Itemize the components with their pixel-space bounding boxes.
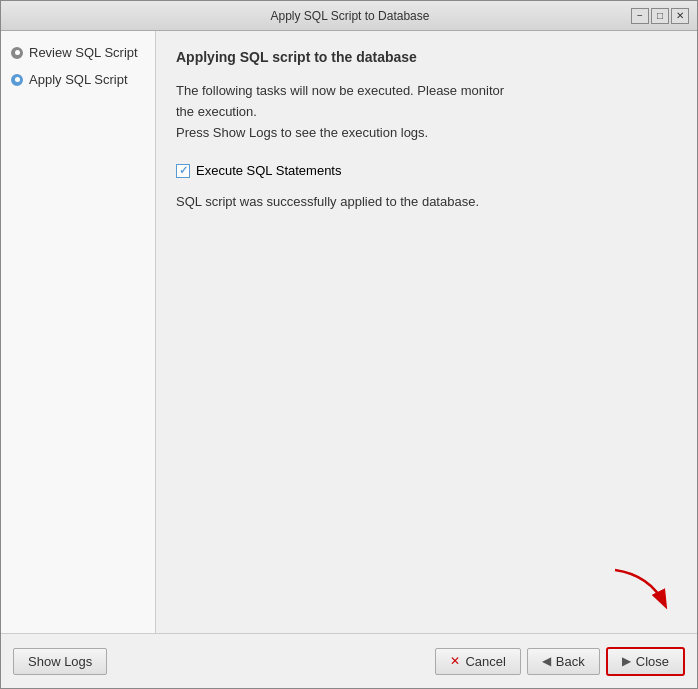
desc-line1: The following tasks will now be executed…: [176, 83, 504, 98]
sidebar-item-label-apply: Apply SQL Script: [29, 72, 128, 87]
window-controls: − □ ✕: [631, 8, 689, 24]
main-content: Applying SQL script to the database The …: [156, 31, 697, 633]
sidebar-item-review-sql[interactable]: Review SQL Script: [1, 41, 155, 64]
close-btn-wrapper: ▶ Close: [606, 647, 685, 676]
sidebar-item-apply-sql[interactable]: Apply SQL Script: [1, 68, 155, 91]
window-close-button[interactable]: ✕: [671, 8, 689, 24]
footer-left: Show Logs: [13, 648, 107, 675]
desc-line3: Press Show Logs to see the execution log…: [176, 125, 428, 140]
maximize-button[interactable]: □: [651, 8, 669, 24]
close-label: Close: [636, 654, 669, 669]
show-logs-label: Show Logs: [28, 654, 92, 669]
footer: Show Logs ✕ Cancel ◀ Back: [1, 633, 697, 688]
step-dot-review: [11, 47, 23, 59]
execute-checkbox-label: Execute SQL Statements: [196, 163, 341, 178]
description-text: The following tasks will now be executed…: [176, 81, 677, 143]
show-logs-button[interactable]: Show Logs: [13, 648, 107, 675]
sidebar-item-label-review: Review SQL Script: [29, 45, 138, 60]
cancel-label: Cancel: [465, 654, 505, 669]
window-content: Review SQL Script Apply SQL Script Apply…: [1, 31, 697, 633]
cancel-button[interactable]: ✕ Cancel: [435, 648, 520, 675]
window-title: Apply SQL Script to Database: [69, 9, 631, 23]
execute-checkbox[interactable]: [176, 164, 190, 178]
minimize-button[interactable]: −: [631, 8, 649, 24]
main-window: Apply SQL Script to Database − □ ✕ Revie…: [0, 0, 698, 689]
back-icon: ◀: [542, 654, 551, 668]
step-dot-apply: [11, 74, 23, 86]
close-button[interactable]: ▶ Close: [606, 647, 685, 676]
cancel-icon: ✕: [450, 654, 460, 668]
sidebar: Review SQL Script Apply SQL Script: [1, 31, 156, 633]
footer-right: ✕ Cancel ◀ Back: [435, 647, 685, 676]
back-button[interactable]: ◀ Back: [527, 648, 600, 675]
success-message: SQL script was successfully applied to t…: [176, 194, 677, 209]
page-title: Applying SQL script to the database: [176, 49, 677, 65]
desc-line2: the execution.: [176, 104, 257, 119]
execute-checkbox-row[interactable]: Execute SQL Statements: [176, 163, 677, 178]
close-icon: ▶: [622, 654, 631, 668]
title-bar: Apply SQL Script to Database − □ ✕: [1, 1, 697, 31]
back-label: Back: [556, 654, 585, 669]
